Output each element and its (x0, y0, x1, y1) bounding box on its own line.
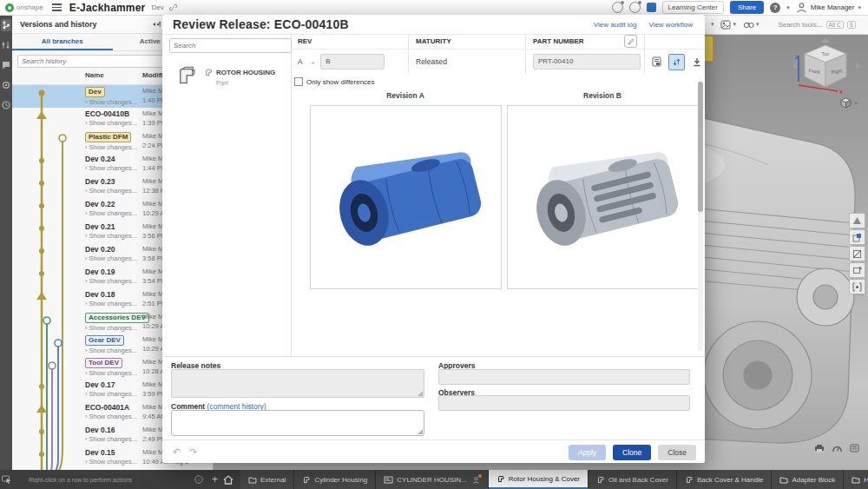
release-notes-textarea[interactable] (171, 369, 424, 398)
revision-b-preview[interactable] (507, 105, 699, 289)
learning-center-button[interactable]: Learning Center (662, 1, 724, 14)
show-changes-link[interactable]: ›Show changes... (85, 347, 142, 354)
show-changes-link[interactable]: ›Show changes... (85, 369, 142, 377)
tab-rotor-housing-cover[interactable]: Rotor Housing & Cover (489, 470, 589, 489)
show-changes-link[interactable]: ›Show changes... (85, 324, 142, 332)
main-menu-icon[interactable] (52, 3, 62, 11)
properties-icon[interactable] (648, 54, 665, 70)
view-audit-log-link[interactable]: View audit log (594, 21, 637, 29)
workspace-label[interactable]: Dev (152, 3, 164, 11)
context-menu-icon[interactable] (2, 475, 11, 484)
approvers-input[interactable] (438, 369, 690, 385)
show-changes-link[interactable]: ›Show changes... (85, 232, 142, 240)
toolbar-dropdown-icon[interactable]: ▾ (711, 21, 714, 28)
edit-part-number-icon[interactable] (624, 35, 637, 48)
share-button[interactable]: Share (730, 1, 764, 14)
show-changes-link[interactable]: ›Show changes... (85, 209, 142, 217)
search-tools-label[interactable]: Search tools... (778, 21, 822, 29)
tab-adapter-block[interactable]: Adapter Block (772, 470, 844, 489)
link-icon[interactable] (169, 3, 177, 11)
hide-others-icon[interactable] (849, 279, 865, 294)
upgrade-icon[interactable] (647, 3, 656, 12)
tab-cylinder-housing[interactable]: Cylinder Housing (294, 470, 376, 489)
column-name: Name (85, 71, 142, 84)
show-changes-link[interactable]: ›Show changes... (85, 119, 142, 127)
performance-gauge-icon[interactable] (832, 444, 842, 453)
versions-history-panel-icon[interactable] (1, 19, 11, 31)
comment-textarea[interactable] (171, 410, 424, 436)
show-changes-link[interactable]: ›Show changes... (85, 435, 142, 443)
print-icon[interactable] (814, 444, 825, 453)
onshape-logo[interactable]: onshape (5, 3, 43, 12)
home-button[interactable] (223, 475, 233, 485)
show-changes-link[interactable]: ›Show changes... (85, 458, 142, 466)
app-store-icon[interactable] (629, 2, 641, 13)
close-button[interactable]: Close (658, 445, 696, 460)
chevron-right-icon: › (85, 347, 88, 354)
show-changes-link[interactable]: ›Show changes... (85, 187, 142, 195)
show-changes-link[interactable]: ›Show changes... (85, 98, 142, 106)
tab-label: Cylinder Housing (314, 476, 367, 484)
apply-button[interactable]: Apply (569, 445, 606, 460)
version-name: Dev 0.22 (85, 200, 115, 208)
notifications-icon[interactable] (612, 2, 623, 13)
insert-image-tool-icon[interactable]: ▾ (720, 20, 736, 30)
tab-handle[interactable]: Handle (844, 470, 868, 489)
redo-icon[interactable]: ↷ (189, 446, 197, 458)
configurations-panel-icon[interactable] (1, 39, 11, 51)
panel-title: Versions and history (20, 20, 97, 29)
compare-icon[interactable] (668, 54, 685, 70)
shortcuts-icon[interactable] (850, 444, 859, 453)
tab-cylinder-housin[interactable]: CYLINDER HOUSIN... (376, 470, 488, 489)
cube-arrow-left (792, 62, 797, 70)
view-mode-icon[interactable] (849, 213, 865, 228)
section-view-icon[interactable] (849, 246, 865, 261)
tab-oil-and-back-cover[interactable]: Oil and Back Cover (589, 470, 677, 489)
observers-input[interactable] (438, 395, 690, 411)
view-orientation-button[interactable]: ▾ (840, 97, 858, 109)
tab-label: External (260, 476, 286, 484)
named-views-icon[interactable] (849, 262, 865, 278)
chevron-right-icon: › (85, 390, 88, 398)
undo-icon[interactable]: ↶ (173, 446, 181, 458)
clone-button[interactable]: Clone (613, 445, 651, 460)
tab-external[interactable]: External (240, 470, 294, 489)
show-changes-link[interactable]: ›Show changes... (85, 143, 142, 151)
view-tools (849, 213, 865, 294)
chevron-right-icon: › (85, 300, 88, 307)
view-workflow-link[interactable]: View workflow (648, 21, 693, 29)
item-name: ROTOR HOUSING (216, 69, 275, 76)
download-icon[interactable] (688, 54, 705, 70)
show-changes-link[interactable]: ›Show changes... (85, 390, 142, 398)
history-panel-icon[interactable] (1, 99, 11, 111)
show-changes-link[interactable]: ›Show changes... (85, 254, 142, 262)
view-cube[interactable]: Top Front Right Z X (787, 36, 864, 97)
user-menu[interactable]: Mike Manager ▾ (796, 2, 861, 13)
info-icon[interactable]: i (194, 475, 203, 484)
dialog-search-input[interactable] (169, 38, 292, 53)
help-chevron-icon[interactable]: ▾ (786, 4, 790, 11)
part-number-input[interactable]: PRT-00410 (533, 54, 641, 69)
rev-to-input[interactable]: B (320, 54, 385, 69)
show-changes-link[interactable]: ›Show changes... (85, 164, 142, 172)
revision-a-preview[interactable] (310, 105, 502, 289)
part-icon (302, 475, 311, 484)
follow-mode-panel-icon[interactable] (1, 79, 11, 91)
show-changes-link[interactable]: ›Show changes... (85, 277, 142, 285)
only-differences-checkbox[interactable] (294, 77, 303, 86)
dialog-scrollbar[interactable] (698, 80, 703, 351)
review-release-dialog: Review Release: ECO-00410B View audit lo… (162, 15, 705, 463)
show-changes-link[interactable]: ›Show changes... (85, 413, 142, 420)
measure-tool-icon[interactable]: ▾ (743, 20, 760, 29)
share-version-icon[interactable] (152, 20, 162, 29)
isometric-view-icon[interactable] (849, 229, 865, 245)
document-tabs: ExternalCylinder HousingCYLINDER HOUSIN.… (240, 470, 868, 489)
release-item[interactable]: ROTOR HOUSING Part (174, 64, 291, 88)
chevron-right-icon: › (85, 232, 88, 240)
help-icon[interactable]: ? (770, 3, 780, 13)
show-changes-link[interactable]: ›Show changes... (85, 300, 142, 307)
add-tab-button[interactable]: + (212, 473, 218, 486)
comments-panel-icon[interactable] (1, 59, 11, 71)
tab-back-cover-handle[interactable]: Back Cover & Handle (677, 470, 772, 489)
tab-all-branches[interactable]: All branches (12, 34, 113, 50)
